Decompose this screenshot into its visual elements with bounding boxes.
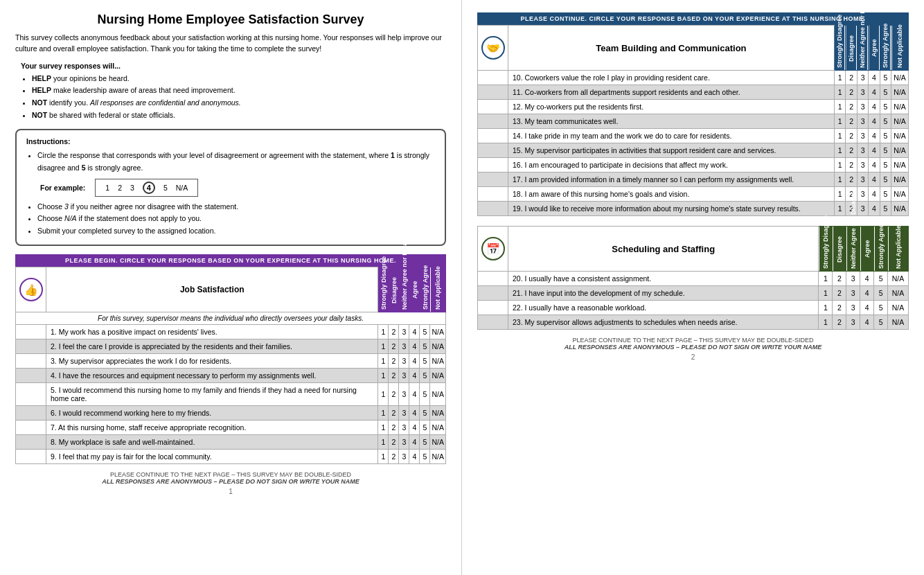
val-3: 3 <box>857 100 868 114</box>
val-2: 2 <box>389 435 399 450</box>
val-3: 3 <box>857 202 868 216</box>
table-row: 6. I would recommend working here to my … <box>16 406 446 421</box>
val-1: 1 <box>378 339 389 354</box>
val-5: 5 <box>874 286 888 301</box>
bullet-item: HELP make leadership aware of areas that… <box>32 85 446 97</box>
ex-val-2: 2 <box>118 184 122 192</box>
val-4: 4 <box>869 143 880 158</box>
col-header-a: Agree <box>860 227 874 272</box>
val-na: N/A <box>891 143 909 158</box>
table-row: 19. I would like to receive more informa… <box>478 202 909 216</box>
bullet-section: Your survey responses will... HELP your … <box>15 62 446 122</box>
val-2: 2 <box>389 450 399 464</box>
q-num <box>478 315 508 330</box>
q-num <box>478 114 508 129</box>
question-text: 23. My supervisor allows adjustments to … <box>508 315 819 330</box>
col-header-sa: Strongly Agree <box>880 26 891 71</box>
supervisor-note: For this survey, supervisor means the in… <box>16 312 446 325</box>
table-row: 4. I have the resources and equipment ne… <box>16 369 446 383</box>
val-3: 3 <box>399 339 409 354</box>
val-1: 1 <box>819 272 833 286</box>
table-row: 23. My supervisor allows adjustments to … <box>478 315 909 330</box>
val-na: N/A <box>891 202 909 216</box>
val-1: 1 <box>378 406 389 421</box>
val-1: 1 <box>378 421 389 435</box>
val-5: 5 <box>880 85 891 100</box>
val-1: 1 <box>834 202 845 216</box>
val-na: N/A <box>430 406 446 421</box>
q-num <box>478 172 508 187</box>
footer-line-1-p2: PLEASE CONTINUE TO THE NEXT PAGE – THIS … <box>477 337 909 344</box>
val-5: 5 <box>420 369 430 383</box>
val-5: 5 <box>880 71 891 85</box>
question-text: 12. My co-workers put the residents firs… <box>508 100 835 114</box>
thumbs-up-icon: 👍 <box>19 278 43 301</box>
val-1: 1 <box>378 383 389 406</box>
team-building-icon-cell: 🤝 <box>478 26 508 71</box>
val-na: N/A <box>430 383 446 406</box>
val-3: 3 <box>399 369 409 383</box>
val-3: 3 <box>846 272 860 286</box>
job-sat-icon-cell: 👍 <box>16 267 46 312</box>
table-row: 11. Co-workers from all departments supp… <box>478 85 909 100</box>
q-num <box>478 100 508 114</box>
val-5: 5 <box>880 143 891 158</box>
question-text: 1. My work has a positive impact on resi… <box>46 325 378 339</box>
val-1: 1 <box>834 187 845 202</box>
col-header-na: Not Applicable <box>891 26 909 71</box>
val-4: 4 <box>860 301 874 315</box>
val-4: 4 <box>409 369 420 383</box>
val-5: 5 <box>880 187 891 202</box>
table-row: 17. I am provided information in a timel… <box>478 172 909 187</box>
q-num <box>478 272 508 286</box>
question-text: 19. I would like to receive more informa… <box>508 202 835 216</box>
val-3: 3 <box>399 450 409 464</box>
job-sat-title: Job Satisfaction <box>46 267 378 312</box>
val-4: 4 <box>409 406 420 421</box>
table-row: 13. My team communicates well. 12345N/A <box>478 114 909 129</box>
val-3: 3 <box>857 187 868 202</box>
table-row: 22. I usually have a reasonable workload… <box>478 301 909 315</box>
survey-title: Nursing Home Employee Satisfaction Surve… <box>15 12 446 27</box>
question-text: 9. I feel that my pay is fair for the lo… <box>46 450 378 464</box>
val-na: N/A <box>888 286 909 301</box>
table-row: 3. My supervisor appreciates the work I … <box>16 354 446 369</box>
table-row: 1. My work has a positive impact on resi… <box>16 325 446 339</box>
val-2: 2 <box>833 272 846 286</box>
q-num <box>16 406 46 421</box>
val-1: 1 <box>378 435 389 450</box>
val-5: 5 <box>420 406 430 421</box>
val-1: 1 <box>378 369 389 383</box>
table-row: 20. I usually have a consistent assignme… <box>478 272 909 286</box>
q-num <box>478 143 508 158</box>
val-1: 1 <box>819 286 833 301</box>
val-3: 3 <box>399 435 409 450</box>
val-3: 3 <box>399 421 409 435</box>
val-na: N/A <box>888 315 909 330</box>
bullet-item: NOT identify you. All responses are conf… <box>32 97 446 109</box>
instruction-item: Choose 3 if you neither agree nor disagr… <box>37 201 435 213</box>
val-5: 5 <box>420 421 430 435</box>
val-na: N/A <box>888 272 909 286</box>
val-5: 5 <box>880 114 891 129</box>
val-5: 5 <box>880 129 891 143</box>
val-4: 4 <box>869 158 880 172</box>
col-header-a: Agree <box>869 26 880 71</box>
question-text: 4. I have the resources and equipment ne… <box>46 369 378 383</box>
footer-line-1: PLEASE CONTINUE TO THE NEXT PAGE – THIS … <box>15 471 446 478</box>
val-4: 4 <box>860 272 874 286</box>
val-2: 2 <box>389 406 399 421</box>
question-text: 15. My supervisor participates in activi… <box>508 143 835 158</box>
col-header-disagree: Disagree <box>389 267 399 312</box>
val-na: N/A <box>430 354 446 369</box>
val-4: 4 <box>869 100 880 114</box>
q-num <box>16 383 46 406</box>
val-4: 4 <box>409 354 420 369</box>
val-4: 4 <box>409 421 420 435</box>
val-3: 3 <box>846 301 860 315</box>
question-text: 2. I feel the care I provide is apprecia… <box>46 339 378 354</box>
handshake-icon: 🤝 <box>481 36 505 60</box>
val-5: 5 <box>880 100 891 114</box>
question-text: 8. My workplace is safe and well-maintai… <box>46 435 378 450</box>
val-5: 5 <box>874 315 888 330</box>
